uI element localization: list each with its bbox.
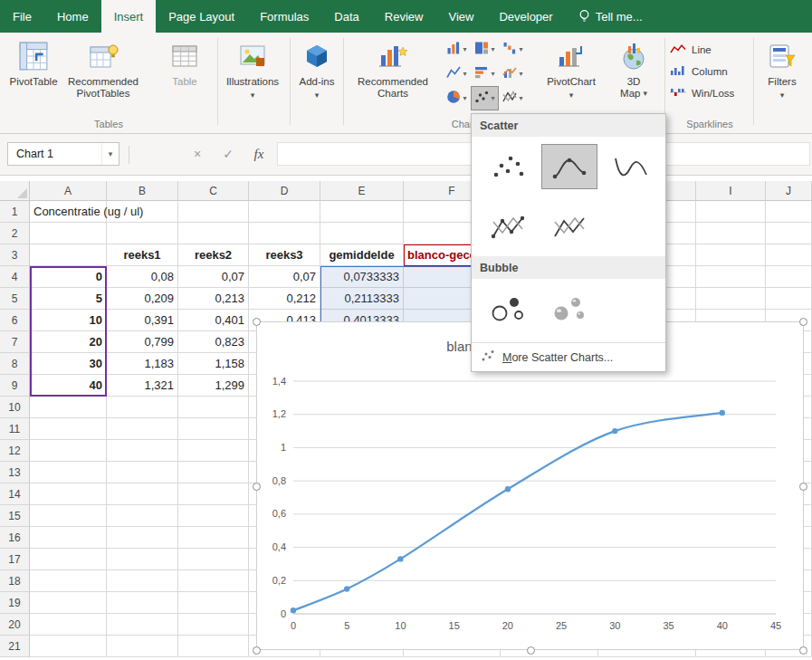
filters-button[interactable]: Filters ▾: [757, 36, 807, 127]
tab-page-layout[interactable]: Page Layout: [156, 0, 247, 33]
formula-bar-splitter[interactable]: [129, 146, 129, 164]
cell-A1[interactable]: Concentratie (ug / ul): [30, 201, 107, 223]
cell-I4[interactable]: [696, 266, 766, 288]
cell-B13[interactable]: [107, 462, 178, 483]
sparkline-line-button[interactable]: Line: [670, 40, 750, 59]
cell-C17[interactable]: [178, 549, 249, 570]
row-header-13[interactable]: 13: [0, 462, 30, 483]
cell-E1[interactable]: [320, 201, 404, 223]
cell-C15[interactable]: [178, 505, 249, 527]
tab-developer[interactable]: Developer: [486, 0, 565, 33]
cell-A19[interactable]: [30, 592, 107, 614]
cell-B12[interactable]: [107, 440, 178, 462]
cell-E4[interactable]: 0,0733333: [320, 266, 404, 288]
column-header-A[interactable]: A: [30, 181, 107, 201]
scatter-chart-button[interactable]: ▾: [471, 86, 499, 110]
cell-A2[interactable]: [30, 223, 107, 244]
cell-C21[interactable]: [178, 636, 249, 657]
row-header-11[interactable]: 11: [0, 418, 30, 440]
cell-B18[interactable]: [107, 570, 178, 592]
cell-B4[interactable]: 0,08: [107, 266, 178, 288]
name-box[interactable]: Chart 1 ▾: [7, 142, 119, 166]
tab-formulas[interactable]: Formulas: [247, 0, 321, 33]
tab-review[interactable]: Review: [372, 0, 436, 33]
cell-B6[interactable]: 0,391: [107, 310, 178, 331]
chart-resize-handle[interactable]: [799, 646, 807, 655]
cell-E3[interactable]: gemiddelde: [320, 244, 404, 266]
table-button[interactable]: Table: [159, 36, 210, 127]
column-header-I[interactable]: I: [696, 181, 766, 201]
cell-C3[interactable]: reeks2: [178, 244, 249, 266]
row-header-15[interactable]: 15: [0, 505, 30, 527]
cell-A4[interactable]: 0: [30, 266, 107, 288]
scatter-smooth-markers-option[interactable]: [541, 144, 597, 189]
tab-file[interactable]: File: [0, 0, 44, 33]
cell-D4[interactable]: 0,07: [249, 266, 320, 288]
cell-C5[interactable]: 0,213: [178, 288, 249, 310]
cell-A8[interactable]: 30: [30, 353, 107, 375]
tab-insert[interactable]: Insert: [101, 0, 157, 33]
cell-C14[interactable]: [178, 483, 249, 505]
cell-B3[interactable]: reeks1: [107, 244, 178, 266]
row-header-20[interactable]: 20: [0, 614, 30, 636]
cell-C8[interactable]: 1,158: [178, 353, 249, 375]
row-header-3[interactable]: 3: [0, 244, 30, 266]
row-header-2[interactable]: 2: [0, 223, 30, 244]
cell-B11[interactable]: [107, 418, 178, 440]
waterfall-chart-button[interactable]: ▾: [499, 37, 527, 62]
cell-A15[interactable]: [30, 505, 107, 527]
cell-C11[interactable]: [178, 418, 249, 440]
row-header-9[interactable]: 9: [0, 375, 30, 397]
cell-B10[interactable]: [107, 397, 178, 418]
cell-C12[interactable]: [178, 440, 249, 462]
bar-chart-button[interactable]: ▾: [471, 62, 499, 86]
line-chart-button[interactable]: ▾: [443, 62, 471, 86]
cell-A3[interactable]: [30, 244, 107, 266]
cell-C18[interactable]: [178, 570, 249, 592]
cell-E2[interactable]: [320, 223, 404, 244]
name-box-dropdown-icon[interactable]: ▾: [101, 143, 119, 165]
cell-D5[interactable]: 0,212: [249, 288, 320, 310]
cell-A9[interactable]: 40: [30, 375, 107, 397]
radar-chart-button[interactable]: ▾: [499, 86, 527, 110]
chart-resize-handle[interactable]: [527, 646, 535, 655]
cell-B15[interactable]: [107, 505, 178, 527]
recommended-charts-button[interactable]: Recommended Charts: [346, 36, 440, 127]
cell-J2[interactable]: [766, 223, 812, 244]
cell-B8[interactable]: 1,183: [107, 353, 178, 375]
cell-C9[interactable]: 1,299: [178, 375, 249, 397]
cell-B17[interactable]: [107, 549, 178, 570]
cell-A12[interactable]: [30, 440, 107, 462]
chart-resize-handle[interactable]: [799, 483, 807, 491]
cell-E5[interactable]: 0,2113333: [320, 288, 404, 310]
cell-A5[interactable]: 5: [30, 288, 107, 310]
cell-B7[interactable]: 0,799: [107, 331, 178, 353]
row-header-12[interactable]: 12: [0, 440, 30, 462]
cell-I1[interactable]: [696, 201, 766, 223]
chart-resize-handle[interactable]: [253, 483, 261, 491]
cell-J4[interactable]: [766, 266, 812, 288]
cell-B21[interactable]: [107, 636, 178, 657]
illustrations-button[interactable]: Illustrations ▾: [223, 36, 282, 127]
enter-button[interactable]: ✓: [215, 142, 241, 166]
row-header-21[interactable]: 21: [0, 636, 30, 657]
row-header-8[interactable]: 8: [0, 353, 30, 375]
addins-button[interactable]: Add-ins ▾: [293, 36, 340, 127]
cell-C4[interactable]: 0,07: [178, 266, 249, 288]
column-header-E[interactable]: E: [320, 181, 404, 201]
cell-B5[interactable]: 0,209: [107, 288, 178, 310]
cell-A21[interactable]: [30, 636, 107, 657]
cell-C10[interactable]: [178, 397, 249, 418]
cell-A6[interactable]: 10: [30, 310, 107, 331]
cell-C19[interactable]: [178, 592, 249, 614]
scatter-straight-markers-option[interactable]: [480, 204, 536, 249]
cell-D2[interactable]: [249, 223, 320, 244]
cell-C2[interactable]: [178, 223, 249, 244]
cell-B19[interactable]: [107, 592, 178, 614]
row-header-19[interactable]: 19: [0, 592, 30, 614]
tab-home[interactable]: Home: [44, 0, 101, 33]
cell-J3[interactable]: [766, 244, 812, 266]
scatter-option[interactable]: [480, 144, 536, 189]
column-header-J[interactable]: J: [766, 181, 812, 201]
cell-D1[interactable]: [249, 201, 320, 223]
